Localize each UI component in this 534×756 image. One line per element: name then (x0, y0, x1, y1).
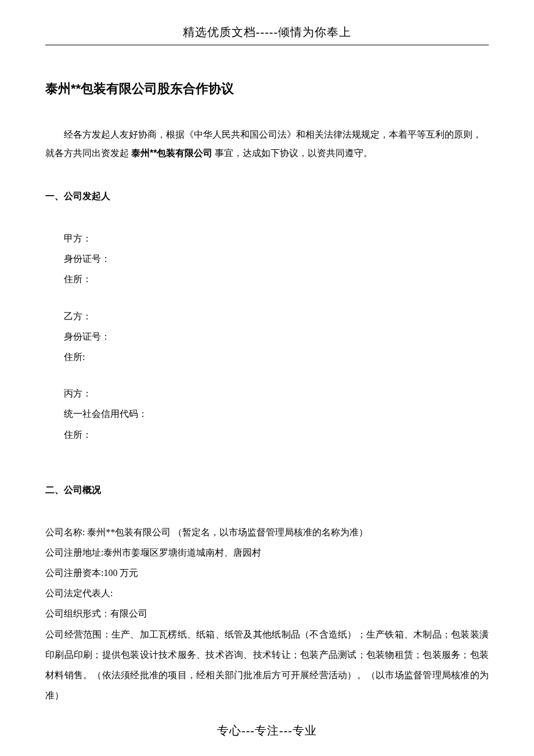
company-address-line: 公司注册地址:泰州市姜堰区罗塘街道城南村、唐园村 (45, 542, 489, 563)
intro-part2: 事宜，达成如下协议，以资共同遵守。 (212, 148, 373, 158)
company-name-line: 公司名称: 泰州**包装有限公司 （暂定名，以市场监督管理局核准的名称为准） (45, 522, 489, 542)
intro-paragraph: 经各方发起人友好协商，根据《中华人民共和国公司法》和相关法律法规规定，本着平等互… (45, 125, 489, 163)
party-a-name: 甲方： (45, 228, 489, 249)
party-c-id: 统一社会信用代码： (45, 404, 489, 424)
party-b-addr: 住所: (45, 347, 489, 367)
party-block-b: 乙方： 身份证号： 住所: (45, 306, 489, 368)
page-footer: 专心---专注---专业 (0, 723, 534, 739)
page-header: 精选优质文档-----倾情为你奉上 (0, 0, 534, 45)
company-scope-line: 公司经营范围：生产、加工瓦楞纸、纸箱、纸管及其他纸制品（不含造纸）；生产铁箱、木… (45, 624, 489, 706)
company-orgform-line: 公司组织形式：有限公司 (45, 603, 489, 624)
party-b-id: 身份证号： (45, 326, 489, 347)
party-c-addr: 住所： (45, 424, 489, 445)
company-capital-line: 公司注册资本:100 万元 (45, 563, 489, 583)
party-block-c: 丙方： 统一社会信用代码： 住所： (45, 383, 489, 445)
document-content: 泰州**包装有限公司股东合作协议 经各方发起人友好协商，根据《中华人民共和国公司… (0, 45, 534, 705)
footer-text: 专心---专注---专业 (217, 724, 317, 737)
party-b-name: 乙方： (45, 306, 489, 326)
intro-company-name: 泰州**包装有限公司 (131, 148, 212, 158)
header-text: 精选优质文档-----倾情为你奉上 (183, 26, 351, 38)
party-block-a: 甲方： 身份证号： 住所： (45, 228, 489, 290)
party-c-name: 丙方： (45, 383, 489, 404)
section2-title: 二、公司概况 (45, 484, 489, 496)
document-title: 泰州**包装有限公司股东合作协议 (45, 80, 489, 98)
company-overview: 公司名称: 泰州**包装有限公司 （暂定名，以市场监督管理局核准的名称为准） 公… (45, 522, 489, 706)
party-a-addr: 住所： (45, 269, 489, 289)
party-a-id: 身份证号： (45, 249, 489, 269)
section1-title: 一、公司发起人 (45, 190, 489, 203)
company-legalrep-line: 公司法定代表人: (45, 583, 489, 603)
